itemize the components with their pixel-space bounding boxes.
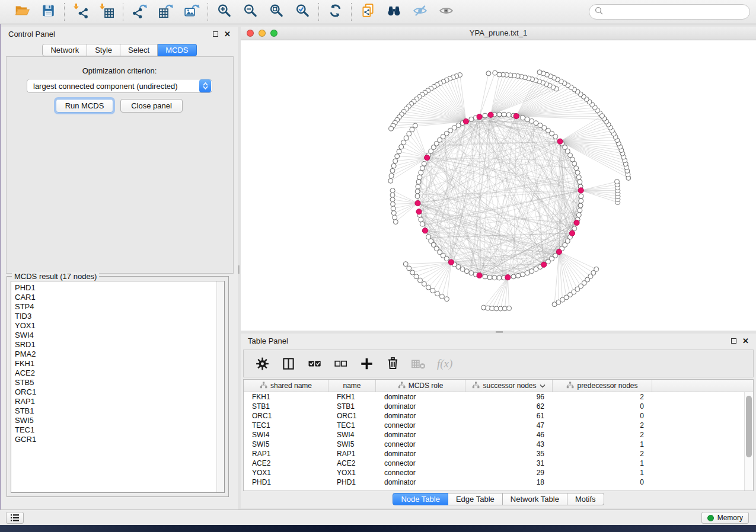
float-panel-icon[interactable]	[213, 31, 218, 37]
column-header-successor-nodes[interactable]: successor nodes	[465, 380, 553, 392]
result-node-item[interactable]: RAP1	[11, 397, 224, 406]
delete-row-icon[interactable]	[385, 356, 401, 371]
tab-network-table[interactable]: Network Table	[503, 493, 567, 505]
refresh-button[interactable]	[324, 2, 346, 21]
search-network-button[interactable]	[383, 2, 404, 21]
tab-style[interactable]: Style	[87, 44, 120, 56]
table-row[interactable]: YOX1YOX1connector291	[244, 468, 753, 477]
tab-mcds[interactable]: MCDS	[158, 44, 196, 56]
add-row-icon[interactable]	[359, 356, 375, 371]
table-header-row: shared namenameMCDS rolesuccessor nodesp…	[244, 380, 753, 392]
result-node-item[interactable]: CAR1	[11, 293, 224, 302]
column-header-MCDS-role[interactable]: MCDS role	[376, 380, 465, 392]
cell-MCDS-role: dominator	[376, 430, 465, 440]
show-panels-button[interactable]	[6, 512, 24, 524]
cell-name: ACE2	[328, 459, 376, 468]
function-builder-icon: f(x)	[437, 357, 452, 370]
table-row[interactable]: SWI4SWI4dominator462	[244, 430, 753, 440]
result-scrollbar[interactable]	[216, 281, 224, 492]
result-node-item[interactable]: STB1	[11, 406, 224, 416]
tab-node-table[interactable]: Node Table	[393, 493, 448, 505]
float-table-panel-icon[interactable]	[731, 338, 736, 344]
result-node-item[interactable]: SWI4	[11, 331, 224, 340]
deselect-all-icon[interactable]	[333, 356, 349, 371]
copy-network-button[interactable]	[357, 2, 378, 21]
zoom-in-button[interactable]	[213, 2, 235, 21]
column-header-predecessor-nodes[interactable]: predecessor nodes	[553, 380, 652, 392]
table-row[interactable]: STB1STB1dominator620	[244, 402, 753, 411]
column-header-shared-name[interactable]: shared name	[244, 380, 328, 392]
scrollbar-thumb[interactable]	[746, 396, 752, 457]
search-box[interactable]	[589, 4, 750, 20]
mcds-result-list[interactable]: PHD1CAR1STP4TID3YOX1SWI4SRD1PMA2FKH1ACE2…	[11, 281, 225, 493]
result-node-item[interactable]: SRD1	[11, 340, 224, 350]
table-row[interactable]: RAP1RAP1dominator352	[244, 449, 753, 459]
optimization-criterion-select[interactable]: largest connected component (undirected)	[27, 79, 212, 93]
cell-shared-name: PHD1	[244, 477, 328, 487]
table-panel: Table Panel ✕ f(x) shared namenameMCDS r…	[241, 334, 756, 508]
import-network-button[interactable]	[70, 2, 91, 21]
table-row[interactable]: ACE2ACE2connector311	[244, 459, 753, 468]
close-table-panel-icon[interactable]: ✕	[742, 338, 749, 344]
column-header-name[interactable]: name	[328, 380, 376, 392]
table-row[interactable]: ORC1ORC1dominator610	[244, 411, 753, 421]
export-image-button[interactable]	[181, 2, 202, 21]
network-window-titlebar[interactable]: YPA_prune.txt_1	[241, 27, 756, 40]
result-node-item[interactable]: SWI5	[11, 416, 224, 425]
table-row[interactable]: TEC1TEC1connector472	[244, 421, 753, 430]
result-node-item[interactable]: STB5	[11, 378, 224, 387]
table-row[interactable]: PHD1PHD1dominator180	[244, 477, 753, 487]
cell-successor-nodes: 35	[465, 449, 553, 459]
table-row[interactable]: FKH1FKH1dominator962	[244, 392, 753, 402]
table-scrollbar[interactable]	[744, 392, 753, 491]
cell-shared-name: FKH1	[244, 392, 328, 402]
show-all-button[interactable]	[435, 2, 457, 21]
cell-successor-nodes: 29	[465, 468, 553, 477]
close-panel-icon[interactable]: ✕	[224, 31, 231, 37]
export-table-button[interactable]	[155, 2, 176, 21]
import-table-button[interactable]	[96, 2, 117, 21]
optimization-criterion-value: largest connected component (undirected)	[27, 82, 199, 91]
open-file-button[interactable]	[11, 2, 33, 21]
select-all-icon[interactable]	[307, 356, 323, 371]
result-node-item[interactable]: TEC1	[11, 425, 224, 435]
save-session-button[interactable]	[37, 2, 59, 21]
memory-button[interactable]: Memory	[701, 512, 749, 524]
zoom-out-button[interactable]	[240, 2, 261, 21]
show-columns-icon[interactable]	[280, 356, 296, 371]
close-panel-button[interactable]: Close panel	[120, 99, 183, 113]
result-node-item[interactable]: YOX1	[11, 321, 224, 331]
result-node-item[interactable]: PHD1	[11, 283, 224, 293]
result-node-item[interactable]: STP4	[11, 302, 224, 312]
settings-icon[interactable]	[254, 356, 270, 371]
network-canvas[interactable]	[241, 40, 756, 331]
tab-motifs[interactable]: Motifs	[567, 493, 604, 505]
cell-shared-name: STB1	[244, 402, 328, 411]
run-mcds-button[interactable]: Run MCDS	[56, 99, 113, 113]
result-node-item[interactable]: ORC1	[11, 387, 224, 397]
result-node-item[interactable]: GCR1	[11, 435, 224, 444]
cell-MCDS-role: dominator	[376, 411, 465, 421]
tab-network[interactable]: Network	[42, 44, 87, 56]
result-node-item[interactable]: FKH1	[11, 359, 224, 368]
export-network-button[interactable]	[129, 2, 150, 21]
window-minimize-icon[interactable]	[259, 30, 266, 37]
zoom-selected-icon	[295, 3, 311, 21]
cell-shared-name: TEC1	[244, 421, 328, 430]
result-node-item[interactable]: TID3	[11, 312, 224, 321]
control-panel-tabs: NetworkStyleSelectMCDS	[1, 44, 238, 56]
tab-edge-table[interactable]: Edge Table	[448, 493, 503, 505]
tab-select[interactable]: Select	[120, 44, 158, 56]
zoom-fit-button[interactable]	[266, 2, 287, 21]
cell-name: SWI5	[328, 440, 376, 449]
result-node-item[interactable]: ACE2	[11, 368, 224, 378]
result-node-item[interactable]: PMA2	[11, 350, 224, 359]
cell-predecessor-nodes: 2	[553, 392, 652, 402]
window-maximize-icon[interactable]	[270, 30, 277, 37]
table-row[interactable]: SWI5SWI5connector431	[244, 440, 753, 449]
zoom-selected-button[interactable]	[292, 2, 313, 21]
search-input[interactable]	[607, 8, 744, 17]
window-close-icon[interactable]	[247, 30, 254, 37]
hide-selected-button[interactable]	[409, 2, 430, 21]
network-graph[interactable]	[241, 40, 756, 331]
